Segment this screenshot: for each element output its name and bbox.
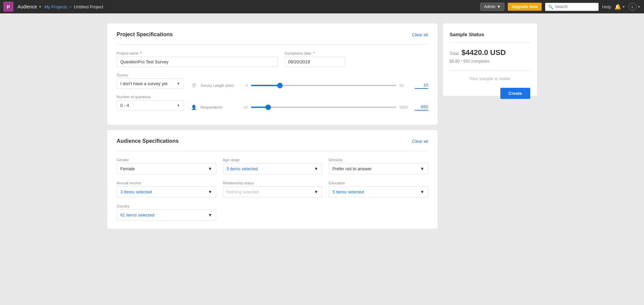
audience-specs-card: Audience Specifications Clear all Gender… xyxy=(107,130,438,229)
search-icon: 🔍 xyxy=(548,4,553,9)
completion-date-required: * xyxy=(313,51,314,55)
sample-total-row: Total $4420.0 USD xyxy=(450,48,530,57)
survey-length-track xyxy=(251,85,396,86)
app-logo: P xyxy=(3,2,13,12)
clock-icon: ⏱ xyxy=(191,83,197,88)
survey-length-label: Survey Length (min) xyxy=(201,83,238,87)
sample-status-title: Sample Status xyxy=(450,32,530,37)
project-name-label: Project name * xyxy=(117,51,278,55)
project-specs-card: Project Specifications Clear all Project… xyxy=(107,23,438,125)
respondents-slider[interactable] xyxy=(251,104,396,111)
questions-row: Number of questions 0 - 4 ▼ 👤 Respondent… xyxy=(117,95,428,111)
create-button[interactable]: Create xyxy=(500,88,530,99)
breadcrumb: My Projects > Untitled Project xyxy=(44,4,103,9)
respondents-min: 10 xyxy=(241,105,248,109)
completion-date-group: Completion date * xyxy=(285,51,345,67)
country-label: Country xyxy=(117,204,216,208)
relationship-dropdown[interactable]: Nothing selected ▼ xyxy=(223,186,322,197)
bell-icon: 🔔 xyxy=(614,4,621,10)
gender-caret-icon: ▼ xyxy=(208,166,212,171)
education-label: Education xyxy=(329,181,428,185)
survey-length-value[interactable]: 10 xyxy=(415,82,428,89)
gender-dropdown[interactable]: Female ▼ xyxy=(117,163,216,174)
app-name-caret: ▼ xyxy=(38,5,42,9)
app-name-label: Audience xyxy=(17,4,37,9)
age-range-dropdown[interactable]: 3 items selected ▼ xyxy=(223,163,322,174)
audience-specs-title: Audience Specifications xyxy=(117,138,179,144)
topnav-right: Admin ▼ Upgrade Now 🔍 Help 🔔 ▼ L ▼ xyxy=(480,3,641,11)
audience-grid: Gender Female ▼ Age range 3 items select… xyxy=(117,158,428,221)
survey-value: I don't have a survey yet xyxy=(120,81,168,86)
ethnicity-value: Prefer not to answer xyxy=(333,166,372,171)
respondents-row: 👤 Respondents 10 5000 650 xyxy=(191,104,428,111)
country-field: Country 61 items selected ▼ xyxy=(117,204,216,221)
sample-divider xyxy=(450,43,530,43)
num-questions-label: Number of questions xyxy=(117,95,184,99)
notifications-bell[interactable]: 🔔 ▼ xyxy=(614,4,625,10)
survey-length-slider[interactable] xyxy=(251,82,396,89)
survey-length-min: 0 xyxy=(241,83,248,87)
annual-income-dropdown[interactable]: 3 items selected ▼ xyxy=(117,186,216,197)
search-box[interactable]: 🔍 xyxy=(545,3,599,11)
breadcrumb-my-projects[interactable]: My Projects xyxy=(44,4,67,9)
left-panel: Project Specifications Clear all Project… xyxy=(107,23,438,229)
respondents-value[interactable]: 650 xyxy=(415,104,428,111)
bell-caret: ▼ xyxy=(622,5,625,9)
app-name-dropdown[interactable]: Audience ▼ xyxy=(17,4,42,9)
survey-length-max: 50 xyxy=(400,83,411,87)
annual-income-caret-icon: ▼ xyxy=(208,189,212,194)
ethnicity-dropdown[interactable]: Prefer not to answer ▼ xyxy=(329,163,428,174)
ethnicity-caret-icon: ▼ xyxy=(420,166,425,171)
respondents-track xyxy=(251,107,396,108)
survey-caret-icon: ▼ xyxy=(177,82,180,85)
country-caret-icon: ▼ xyxy=(208,212,212,218)
help-link[interactable]: Help xyxy=(602,4,611,9)
gender-value: Female xyxy=(120,166,135,171)
survey-label: Survey xyxy=(117,73,184,77)
num-questions-group: Number of questions 0 - 4 ▼ xyxy=(117,95,184,111)
user-menu[interactable]: L ▼ xyxy=(629,3,641,11)
education-dropdown[interactable]: 5 items selected ▼ xyxy=(329,186,428,197)
education-field: Education 5 items selected ▼ xyxy=(329,181,428,197)
country-dropdown[interactable]: 61 items selected ▼ xyxy=(117,209,216,221)
num-questions-dropdown[interactable]: 0 - 4 ▼ xyxy=(117,100,184,111)
person-icon: 👤 xyxy=(191,105,197,110)
project-name-input[interactable] xyxy=(117,57,278,67)
right-panel: Sample Status Total $4420.0 USD $6.80 * … xyxy=(443,23,537,229)
completion-date-input[interactable] xyxy=(285,57,345,67)
num-questions-value: 0 - 4 xyxy=(120,103,129,108)
audience-specs-divider xyxy=(117,151,428,151)
audience-specs-clear-all[interactable]: Clear all xyxy=(412,139,428,144)
search-input[interactable] xyxy=(555,4,595,9)
survey-dropdown[interactable]: I don't have a survey yet ▼ xyxy=(117,78,184,89)
respondents-section: 👤 Respondents 10 5000 650 xyxy=(191,104,428,111)
relationship-caret-icon: ▼ xyxy=(314,189,318,194)
project-specs-divider xyxy=(117,44,428,45)
respondents-max: 5000 xyxy=(400,105,411,109)
respondents-thumb[interactable] xyxy=(265,105,271,110)
main-content: Project Specifications Clear all Project… xyxy=(87,13,557,239)
sample-detail: $6.80 * 650 completes xyxy=(450,59,530,64)
project-name-group: Project name * xyxy=(117,51,278,67)
num-questions-caret-icon: ▼ xyxy=(177,104,180,107)
age-range-field: Age range 3 items selected ▼ xyxy=(223,158,322,174)
project-specs-header: Project Specifications Clear all xyxy=(117,32,428,38)
gender-field: Gender Female ▼ xyxy=(117,158,216,174)
topnav: P Audience ▼ My Projects > Untitled Proj… xyxy=(0,0,644,13)
sample-total-label: Total xyxy=(450,51,459,56)
project-specs-clear-all[interactable]: Clear all xyxy=(412,32,428,37)
upgrade-button[interactable]: Upgrade Now xyxy=(508,3,542,11)
survey-group: Survey I don't have a survey yet ▼ xyxy=(117,73,184,89)
survey-length-thumb[interactable] xyxy=(277,83,283,88)
respondents-label: Respondents xyxy=(201,105,238,109)
annual-income-field: Annual income 3 items selected ▼ xyxy=(117,181,216,197)
admin-caret-icon: ▼ xyxy=(497,4,501,9)
admin-button[interactable]: Admin ▼ xyxy=(480,3,504,11)
age-range-label: Age range xyxy=(223,158,322,162)
breadcrumb-separator: > xyxy=(69,4,72,9)
relationship-label: Relationship status xyxy=(223,181,322,185)
education-value: 5 items selected xyxy=(333,189,364,194)
sample-viable-text: Your sample is viable xyxy=(450,76,530,81)
age-range-value: 3 items selected xyxy=(227,166,258,171)
sample-status-card: Sample Status Total $4420.0 USD $6.80 * … xyxy=(443,23,537,96)
